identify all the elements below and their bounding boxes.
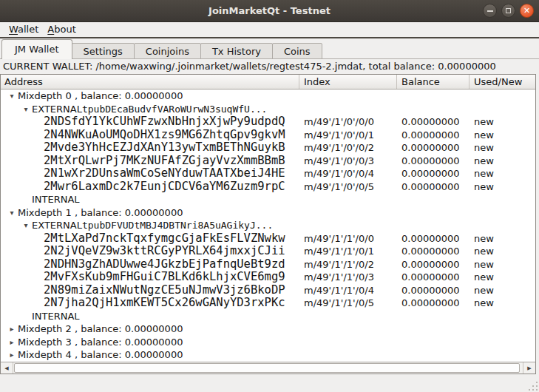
balance-cell [397,322,469,336]
status-cell: new [469,115,535,129]
column-header-used-new[interactable]: Used/New [469,75,535,89]
expand-icon[interactable]: ▸ [6,322,18,336]
minimize-button[interactable] [483,4,497,18]
branch-label: EXTERNAL [32,219,82,232]
maximize-button[interactable] [501,4,515,18]
titlebar: JoinMarketQt - Testnet ✕ [0,0,539,22]
close-button[interactable]: ✕ [520,4,534,18]
address-cell: ▾Mixdepth 0 , balance: 0.00000000 [1,89,299,103]
branch-row[interactable]: INTERNAL [1,193,535,206]
mixdepth-label: Mixdepth 4 , balance: 0.00000000 [18,348,183,362]
status-cell: new [469,167,535,180]
branch-row[interactable]: INTERNAL [1,310,535,323]
balance-cell: 0.00000000 [397,232,469,246]
address-cell: 2MtLXaPd7nckTqxfymgcGjaFkEsFLVZNwkw [1,232,299,246]
menu-about[interactable]: About [43,22,80,37]
address-text: 2MtLXaPd7nckTqxfymgcGjaFkEsFLVZNwkw [44,232,285,246]
menu-wallet[interactable]: Wallet [4,22,43,37]
status-cell: new [469,155,535,168]
mixdepth-label: Mixdepth 2 , balance: 0.00000000 [18,322,183,336]
status-cell: new [469,258,535,271]
status-cell [469,219,535,232]
branch-row[interactable]: ▾EXTERNAL tpubDEcaBudvfVARoWUrwN3suqWfU.… [1,103,535,116]
tab-bar: JM WalletSettingsCoinjoinsTx HistoryCoin… [0,38,539,59]
address-row[interactable]: 2MtLXaPd7nckTqxfymgcGjaFkEsFLVZNwkwm/49'… [1,232,535,246]
balance-cell [397,193,469,206]
mixdepth-row[interactable]: ▸Mixdepth 2 , balance: 0.00000000 [1,322,535,336]
status-bar [0,374,539,392]
column-header-address[interactable]: Address [1,75,299,89]
column-header-index[interactable]: Index [299,75,397,89]
mixdepth-row[interactable]: ▾Mixdepth 1 , balance: 0.00000000 [1,206,535,220]
address-cell: 2Mvde3YhHcEZJdXAnY13ywTxmBEThNGuykB [1,141,299,155]
expand-icon[interactable]: ▸ [6,348,18,362]
tree-header-row: AddressIndexBalanceUsed/New [1,75,535,89]
address-row[interactable]: 2NDSfdY1YkCUhWFzwxNbHnjxXjwPy9udpdQm/49'… [1,115,535,129]
balance-cell [397,103,469,116]
status-cell [469,310,535,323]
address-cell: 2MvFXsKub9mFHGuiC7BLKd6kLhjxCVE6mg9 [1,271,299,284]
address-text: 2N4NWKuAoUMQoDHX1zs9MG6ZhtqGpv9gkvM [44,129,285,142]
address-cell: 2MtXrQLwrPj7MKzNUFAfZGjayVvzXmmBBmB [1,155,299,168]
index-cell: m/49'/1'/1'/0/3 [299,271,397,284]
index-cell: m/49'/1'/1'/0/0 [299,232,397,246]
address-row[interactable]: 2N89miZaixNWutNgzCE5uNJmwV3jz6BkoDPm/49'… [1,284,535,297]
address-row[interactable]: 2N4NWKuAoUMQoDHX1zs9MG6ZhtqGpv9gkvMm/49'… [1,129,535,142]
expand-icon[interactable]: ▸ [6,336,18,349]
mixdepth-row[interactable]: ▸Mixdepth 3 , balance: 0.00000000 [1,336,535,349]
scrollbar-thumb[interactable] [14,363,520,373]
tab-tx-history[interactable]: Tx History [200,43,273,59]
branch-label: INTERNAL [32,310,80,323]
index-cell [299,89,397,103]
status-cell: new [469,284,535,297]
collapse-icon[interactable]: ▾ [20,103,32,116]
balance-cell: 0.00000000 [397,258,469,271]
horizontal-scrollbar[interactable]: ◀ ▶ [1,362,535,374]
address-row[interactable]: 2Mwr6LaxmDc2k7EunjCDCV6aYM6Zuzm9rpCm/49'… [1,180,535,194]
address-row[interactable]: 2N7jha2QjH1xmKEWT5Cx26wGANyYD3rxPKcm/49'… [1,297,535,310]
balance-cell: 0.00000000 [397,155,469,168]
status-cell: new [469,141,535,155]
address-text: 2NDSfdY1YkCUhWFzwxNbHnjxXjwPy9udpdQ [44,115,285,129]
collapse-icon[interactable]: ▾ [6,89,18,103]
address-text: 2NDHN3gZhADUwwe4JGkzbEjPafnqUeBt9zd [44,258,285,271]
balance-cell [397,206,469,220]
scroll-right-button[interactable]: ▶ [523,362,535,374]
index-cell: m/49'/1'/0'/0/5 [299,180,397,194]
address-row[interactable]: 2N2jVQeVZ9w3kttRCGyPYRLX64jmxxjCJiim/49'… [1,245,535,258]
index-cell [299,310,397,323]
address-cell: 2NDSfdY1YkCUhWFzwxNbHnjxXjwPy9udpdQ [1,115,299,129]
index-cell [299,219,397,232]
column-header-balance[interactable]: Balance [397,75,469,89]
address-cell: INTERNAL [1,310,299,323]
address-row[interactable]: 2MtXrQLwrPj7MKzNUFAfZGjayVvzXmmBBmBm/49'… [1,155,535,168]
window-controls: ✕ [483,4,534,18]
scroll-left-button[interactable]: ◀ [1,362,13,374]
tab-coins[interactable]: Coins [272,43,322,59]
tab-jm-wallet[interactable]: JM Wallet [1,39,72,59]
address-row[interactable]: 2NDHN3gZhADUwwe4JGkzbEjPafnqUeBt9zdm/49'… [1,258,535,271]
tab-settings[interactable]: Settings [72,43,135,59]
scroll-left-icon: ◀ [4,365,8,371]
address-cell: ▸Mixdepth 2 , balance: 0.00000000 [1,322,299,336]
address-row[interactable]: 2N1wXr2DUnsaWmCoSeNYduwTAATXbeiJ4HEm/49'… [1,167,535,180]
mixdepth-row[interactable]: ▾Mixdepth 0 , balance: 0.00000000 [1,89,535,103]
address-row[interactable]: 2MvFXsKub9mFHGuiC7BLKd6kLhjxCVE6mg9m/49'… [1,271,535,284]
balance-cell: 0.00000000 [397,245,469,258]
address-row[interactable]: 2Mvde3YhHcEZJdXAnY13ywTxmBEThNGuykBm/49'… [1,141,535,155]
tab-coinjoins[interactable]: Coinjoins [134,43,201,59]
collapse-icon[interactable]: ▾ [6,206,18,220]
balance-cell: 0.00000000 [397,271,469,284]
balance-cell [397,348,469,362]
address-cell: 2N1wXr2DUnsaWmCoSeNYduwTAATXbeiJ4HE [1,167,299,180]
scroll-right-icon: ▶ [527,365,531,371]
balance-cell: 0.00000000 [397,180,469,194]
maximize-icon [506,8,511,13]
resize-grip-icon[interactable] [528,381,538,391]
mixdepth-row[interactable]: ▸Mixdepth 4 , balance: 0.00000000 [1,348,535,362]
collapse-icon[interactable]: ▾ [20,219,32,232]
scrollbar-track[interactable] [13,362,523,374]
address-cell: ▾EXTERNAL tpubDEcaBudvfVARoWUrwN3suqWfU.… [1,103,299,116]
branch-row[interactable]: ▾EXTERNAL tpubDFVUDtMBJ4DBTNri8A5uAGikyJ… [1,219,535,232]
address-text: 2N2jVQeVZ9w3kttRCGyPYRLX64jmxxjCJii [44,245,285,258]
